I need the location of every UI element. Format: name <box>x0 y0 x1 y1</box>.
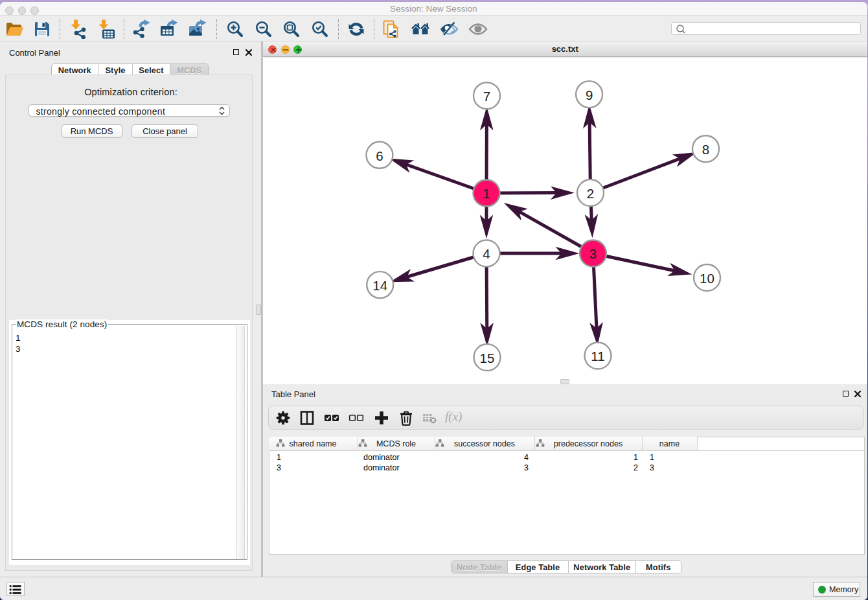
svg-text:11: 11 <box>591 349 604 363</box>
svg-text:6: 6 <box>376 148 383 163</box>
svg-text:7: 7 <box>483 89 490 104</box>
svg-text:14: 14 <box>372 278 387 293</box>
svg-text:1: 1 <box>483 186 490 201</box>
svg-text:10: 10 <box>700 271 714 286</box>
svg-text:2: 2 <box>587 186 594 201</box>
svg-text:3: 3 <box>589 246 597 261</box>
svg-text:9: 9 <box>586 87 593 102</box>
svg-text:15: 15 <box>480 351 495 365</box>
svg-text:4: 4 <box>483 246 490 261</box>
svg-text:8: 8 <box>702 142 709 157</box>
